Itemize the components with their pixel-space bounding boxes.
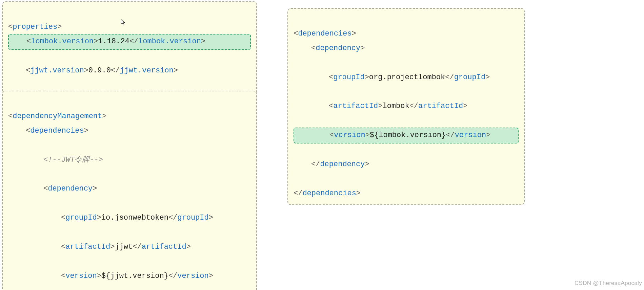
code-line: <jjwt.version>0.9.0</jjwt.version> [8, 64, 251, 78]
code-line: <dependencies> [8, 124, 251, 138]
highlighted-line-version: <version>${lombok.version}</version> [294, 128, 519, 143]
dependency-management-block: <dependencyManagement> <dependencies> <!… [2, 91, 257, 290]
code-line: <dependencyManagement> [8, 112, 106, 120]
code-comment: <!--JWT令牌--> [8, 153, 251, 168]
code-line: <dependency> [294, 41, 519, 56]
watermark: CSDN @TheresaApocaly [575, 277, 642, 289]
code-line: <artifactId>lombok</artifactId> [294, 99, 519, 114]
dependencies-block: <dependencies> <dependency> <groupId>org… [287, 8, 525, 205]
code-line: </dependency> [294, 157, 519, 172]
code-line: <version>${jjwt.version}</version> [8, 269, 251, 284]
code-line: </dependencies> [294, 189, 361, 198]
code-line: <groupId>io.jsonwebtoken</groupId> [8, 211, 251, 225]
code-line: <groupId>org.projectlombok</groupId> [294, 70, 519, 85]
code-line: <dependencies> [294, 29, 356, 38]
code-line: <properties> [8, 23, 62, 31]
code-line: <dependency> [8, 182, 251, 196]
code-line: <artifactId>jjwt</artifactId> [8, 240, 251, 254]
highlighted-line-lombok-version: <lombok.version>1.18.24</lombok.version> [8, 34, 251, 50]
